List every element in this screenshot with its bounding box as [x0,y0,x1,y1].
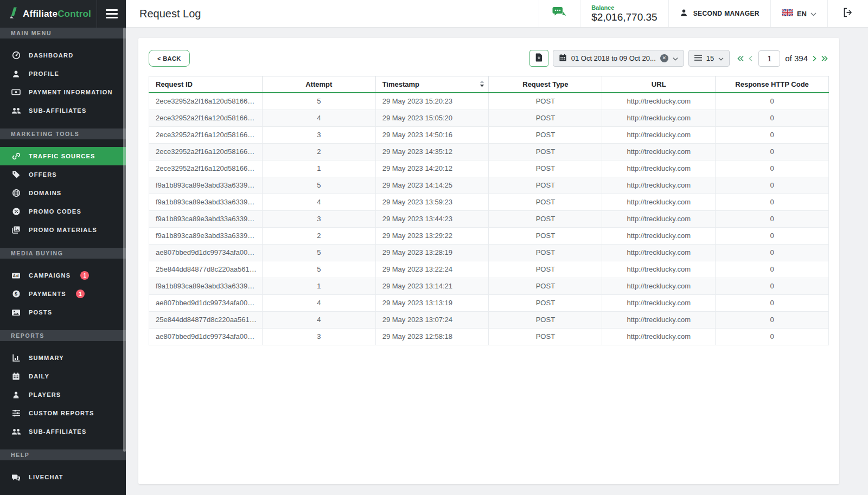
sidebar-item-payment-information[interactable]: PAYMENT INFORMATION [0,83,126,101]
sidebar-item-payments[interactable]: $PAYMENTS1 [0,285,126,303]
cell-timestamp: 29 May 2023 13:44:23 [375,210,489,227]
table-row[interactable]: f9a1b893ca89e3abd33a63395699ec...329 May… [149,210,829,227]
cell-timestamp: 29 May 2023 13:07:24 [375,311,489,328]
table-row[interactable]: f9a1b893ca89e3abd33a63395699ec...129 May… [149,278,829,294]
cell-timestamp: 29 May 2023 13:14:21 [375,278,489,294]
cell-attempt: 5 [262,93,375,110]
request-log-card: < BACK 01 Oct 2018 to 09 Oct 20... [138,38,839,484]
sidebar-item-daily[interactable]: DAILY [0,367,126,385]
sidebar-item-promo-materials[interactable]: PROMO MATERIALS [0,221,126,239]
logout-icon [843,7,853,20]
support-chat-button[interactable] [539,0,580,27]
back-button[interactable]: < BACK [149,50,190,67]
table-row[interactable]: f9a1b893ca89e3abd33a63395699ec...429 May… [149,194,829,210]
sidebar-item-label: SUMMARY [29,355,64,361]
uk-flag-icon [782,9,793,18]
page-number-input[interactable] [758,50,780,67]
brand-logo[interactable]: AffiliateControl [0,0,97,28]
user-menu[interactable]: SECOND MANAGER [668,0,770,27]
cell-timestamp: 29 May 2023 14:14:25 [375,177,489,194]
cell-url: http://trecklucky.com [602,261,716,278]
sidebar-section-header-help: HELP [0,449,126,460]
sidebar-item-sub-affiliates[interactable]: SUB-AFFILIATES [0,422,126,441]
table-row[interactable]: 2ece32952a2f16a120d58166830ada...329 May… [149,126,829,143]
logout-button[interactable] [827,0,868,27]
chat-bubble-icon [552,6,567,21]
sidebar-item-traffic-sources[interactable]: TRAFFIC SOURCES [0,147,126,165]
table-row[interactable]: 25e844dd84877d8c220aa5617dd55f...529 May… [149,261,829,278]
cell-attempt: 3 [262,328,375,345]
cell-response-code: 0 [716,93,829,110]
cell-response-code: 0 [716,143,829,160]
cell-attempt: 5 [262,177,375,194]
table-row[interactable]: f9a1b893ca89e3abd33a63395699ec...529 May… [149,177,829,194]
sidebar-item-label: PROFILE [29,70,59,77]
cell-request-type: POST [489,311,602,328]
content-area: < BACK 01 Oct 2018 to 09 Oct 20... [126,28,868,495]
sidebar-item-custom-reports[interactable]: CUSTOM REPORTS [0,404,126,422]
cell-response-code: 0 [716,194,829,210]
cell-url: http://trecklucky.com [602,244,716,261]
table-row[interactable]: ae807bbed9d1dc99734afa00ab7bba...429 May… [149,294,829,311]
cell-attempt: 4 [262,311,375,328]
cell-attempt: 1 [262,160,375,177]
table-row[interactable]: 2ece32952a2f16a120d58166830ada...529 May… [149,93,829,110]
topbar: Request Log Balance $2,016,770.35 SECOND… [126,0,868,28]
column-header-request-type[interactable]: Request Type [489,76,602,93]
notification-badge: 1 [80,271,89,280]
export-button[interactable] [529,50,548,67]
table-header-row: Request IDAttemptTimestampRequest TypeUR… [149,76,829,93]
sidebar-scrollbar[interactable] [123,28,126,452]
column-header-timestamp[interactable]: Timestamp [375,76,489,93]
cell-request-type: POST [489,210,602,227]
table-row[interactable]: f9a1b893ca89e3abd33a63395699ec...229 May… [149,227,829,244]
language-select[interactable]: EN [770,0,827,27]
cell-timestamp: 29 May 2023 15:05:20 [375,110,489,126]
clear-date-filter-button[interactable]: ✕ [660,54,668,62]
sidebar-item-sub-affiliates[interactable]: SUB-AFFILIATES [0,101,126,120]
table-row[interactable]: ae807bbed9d1dc99734afa00ab7bba...329 May… [149,328,829,345]
link-icon [11,152,21,161]
cell-url: http://trecklucky.com [602,194,716,210]
sidebar-item-livechat[interactable]: LIVECHAT [0,468,126,486]
page-size-select[interactable]: 15 [688,50,730,67]
user-name: SECOND MANAGER [693,10,760,17]
table-row[interactable]: ae807bbed9d1dc99734afa00ab7bba...529 May… [149,244,829,261]
next-page-button[interactable] [812,55,818,62]
sidebar-item-campaigns[interactable]: AdCAMPAIGNS1 [0,266,126,285]
cell-request-type: POST [489,194,602,210]
sidebar-item-label: PAYMENTS [29,291,66,297]
sidebar-item-profile[interactable]: PROFILE [0,65,126,83]
table-row[interactable]: 2ece32952a2f16a120d58166830ada...229 May… [149,143,829,160]
sidebar-item-players[interactable]: PLAYERS [0,385,126,404]
table-row[interactable]: 2ece32952a2f16a120d58166830ada...129 May… [149,160,829,177]
cell-request-id: 2ece32952a2f16a120d58166830ada... [149,93,263,110]
sidebar-item-posts[interactable]: POSTS [0,303,126,322]
last-page-button[interactable] [820,55,829,62]
first-page-button[interactable] [736,55,745,62]
table-row[interactable]: 25e844dd84877d8c220aa5617dd55f...429 May… [149,311,829,328]
table-row[interactable]: 2ece32952a2f16a120d58166830ada...429 May… [149,110,829,126]
cell-response-code: 0 [716,311,829,328]
balance-widget[interactable]: Balance $2,016,770.35 [580,0,668,27]
globe-icon [11,189,21,198]
column-header-request-id[interactable]: Request ID [149,76,263,93]
sidebar-item-promo-codes[interactable]: PROMO CODES [0,202,126,221]
sidebar-item-label: CAMPAIGNS [29,272,71,279]
cell-request-type: POST [489,93,602,110]
column-header-response-http-code[interactable]: Response HTTP Code [716,76,829,93]
cell-attempt: 4 [262,194,375,210]
sidebar-item-label: DOMAINS [29,190,61,196]
menu-toggle-button[interactable] [97,0,126,28]
date-range-filter[interactable]: 01 Oct 2018 to 09 Oct 20... ✕ [553,50,684,67]
prev-page-button[interactable] [748,55,754,62]
sidebar-item-summary[interactable]: SUMMARY [0,349,126,367]
cell-response-code: 0 [716,110,829,126]
sidebar-item-offers[interactable]: OFFERS [0,165,126,184]
sort-icon[interactable] [480,80,484,89]
cell-request-id: f9a1b893ca89e3abd33a63395699ec... [149,278,263,294]
column-header-url[interactable]: URL [602,76,716,93]
sidebar-item-dashboard[interactable]: DASHBOARD [0,46,126,65]
column-header-attempt[interactable]: Attempt [262,76,375,93]
sidebar-item-domains[interactable]: DOMAINS [0,184,126,202]
